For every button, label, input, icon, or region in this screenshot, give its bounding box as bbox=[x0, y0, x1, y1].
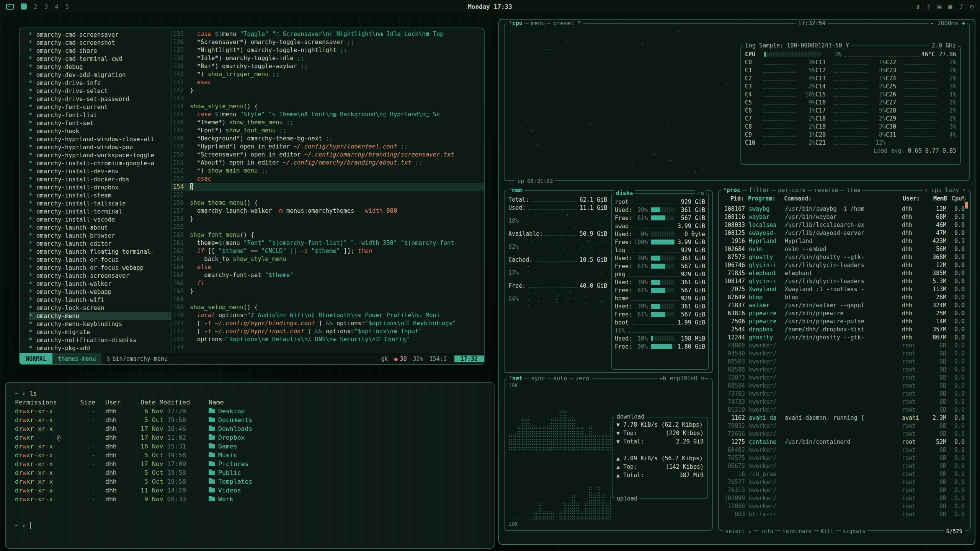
file-item[interactable]: *omarchy-install-dropbox bbox=[29, 183, 171, 191]
workspace-app-icon[interactable] bbox=[21, 3, 27, 10]
file-item[interactable]: *omarchy-install-vscode bbox=[29, 215, 171, 223]
file-item[interactable]: *omarchy-drive-info bbox=[29, 79, 171, 87]
proc-footer-action[interactable]: info bbox=[758, 528, 775, 534]
file-item[interactable]: *omarchy-dev-add-migration bbox=[29, 71, 171, 79]
proc-row[interactable]: 63816pipewire/usr/bin/pipewiredhh25M0.0 bbox=[720, 309, 969, 317]
proc-row[interactable]: 74869kworker/root0B0.0 bbox=[720, 341, 969, 349]
file-list[interactable]: *omarchy-cmd-screensaver*omarchy-cmd-scr… bbox=[20, 31, 172, 353]
proc-row[interactable]: 87573ghostty/usr/bin/ghostty --gtk-dhh36… bbox=[720, 253, 969, 261]
proc-row[interactable]: 2075XwaylandXwayland :1 -rootless -dhh11… bbox=[720, 285, 969, 293]
file-item[interactable]: *omarchy-hyprland-window-pop bbox=[29, 143, 171, 151]
file-item[interactable]: *omarchy-drive-set-password bbox=[29, 95, 171, 103]
proc-row[interactable]: 106746glycin-i/usr/lib/glycin-loadersdhh… bbox=[720, 261, 969, 269]
proc-row[interactable]: 102684nvimnvim --embeddhh56M0.0 bbox=[720, 245, 969, 253]
workspace-number[interactable]: 3 bbox=[44, 3, 48, 10]
proc-reverse-button[interactable]: reverse bbox=[812, 187, 840, 194]
workspace-number[interactable]: 4 bbox=[55, 3, 59, 10]
file-item[interactable]: *omarchy-install-tailscale bbox=[29, 199, 171, 207]
proc-row[interactable]: 108116waybar/usr/bin/waybardhh68M0.0 bbox=[720, 213, 969, 221]
file-item[interactable]: *omarchy-hyprland-workspace-toggle bbox=[29, 151, 171, 159]
process-list[interactable]: 108107swaybg/usr/bin/swaybg -i /homdhh12… bbox=[720, 205, 969, 525]
file-item[interactable]: *omarchy-font-list bbox=[29, 111, 171, 119]
proc-row[interactable]: 108125swayosd-/usr/lib/swayosd-serverdhh… bbox=[720, 229, 969, 237]
preset-button[interactable]: preset * bbox=[551, 20, 583, 27]
proc-footer-action[interactable]: signals bbox=[841, 528, 867, 534]
proc-footer-action[interactable]: terminate bbox=[781, 528, 813, 534]
workspace-number[interactable]: 5 bbox=[65, 3, 69, 10]
file-item[interactable]: *omarchy-cmd-screenshot bbox=[29, 39, 171, 47]
proc-row[interactable]: 76313kworker/root0B0.0 bbox=[720, 486, 969, 494]
proc-row[interactable]: 108033localsea/usr/lib/localsearch-exdhh… bbox=[720, 221, 969, 229]
proc-row[interactable]: 803btrfs-trroot0B0.0 bbox=[720, 510, 969, 518]
menu-button[interactable]: menu bbox=[529, 20, 547, 27]
file-item[interactable]: *omarchy-debug bbox=[29, 63, 171, 71]
file-item[interactable]: *omarchy-install-dev-env bbox=[29, 167, 171, 175]
proc-row[interactable]: 79032kworker/root0B0.0 bbox=[720, 422, 969, 430]
file-item[interactable]: *omarchy-launch-webapp bbox=[29, 288, 171, 296]
proc-row[interactable]: 95673kworker/root0B0.0 bbox=[720, 462, 969, 470]
proc-row[interactable]: 108107swaybg/usr/bin/swaybg -i /homdhh12… bbox=[720, 205, 969, 213]
proc-row[interactable]: 68584kworker/root0B0.0 bbox=[720, 381, 969, 390]
file-item[interactable]: *omarchy-install-terminal bbox=[29, 207, 171, 215]
proc-row[interactable]: 16rcu_preeroot0B0.0 bbox=[720, 470, 969, 478]
file-item[interactable]: *omarchy-launch-walker bbox=[29, 280, 171, 288]
proc-tree-button[interactable]: tree bbox=[845, 187, 862, 194]
file-item[interactable]: *omarchy-hyprland-window-close-all bbox=[29, 135, 171, 143]
file-item[interactable]: *omarchy-cmd-terminal-cwd bbox=[29, 55, 171, 63]
proc-row[interactable]: 94540kworker/root0B0.0 bbox=[720, 349, 969, 357]
workspace-terminal-icon[interactable] bbox=[6, 4, 14, 10]
terminal-window[interactable]: ~ › ls Permissions Size User Date Modifi… bbox=[5, 382, 495, 549]
proc-row[interactable]: 1275containe/usr/bin/containerdroot52M0.… bbox=[720, 438, 969, 446]
file-item[interactable]: *omarchy-launch-screensaver bbox=[29, 272, 171, 280]
proc-row[interactable]: 71835elephantelephantdhh385M0.0 bbox=[720, 269, 969, 277]
proc-row[interactable]: 2506pipewire/usr/bin/pipewire-pulsedhh14… bbox=[720, 317, 969, 325]
proc-row[interactable]: 73656kworker/root0B0.0 bbox=[720, 430, 969, 438]
proc-row[interactable]: 81310kworker/root0B0.0 bbox=[720, 406, 969, 414]
net-auto-button[interactable]: auto bbox=[551, 375, 569, 382]
proc-row[interactable]: 68402kworker/root0B0.0 bbox=[720, 446, 969, 454]
file-item[interactable]: *omarchy-launch-wifi bbox=[29, 296, 171, 304]
file-item[interactable]: *omarchy-launch-about bbox=[29, 223, 171, 231]
proc-percore-button[interactable]: per-core bbox=[776, 187, 807, 194]
file-item[interactable]: *omarchy-cmd-screensaver bbox=[29, 31, 171, 39]
file-item[interactable]: *omarchy-drive-select bbox=[29, 87, 171, 95]
file-item[interactable]: *omarchy-install-docker-dbs bbox=[29, 175, 171, 183]
network-icon[interactable]: ⇵ bbox=[916, 3, 920, 10]
proc-row[interactable]: 73703kworker/root0B0.0 bbox=[720, 390, 969, 398]
proc-row[interactable]: 74733kworker/root0B0.0 bbox=[720, 398, 969, 406]
proc-row[interactable]: 72088kworker/root0B0.0 bbox=[720, 502, 969, 510]
file-item[interactable]: *omarchy-menu bbox=[29, 312, 171, 320]
proc-row[interactable]: 68583kworker/root0B0.0 bbox=[720, 357, 969, 365]
proc-row[interactable]: 1162avahi-daavahi-daemon: running [avahi… bbox=[720, 414, 969, 422]
proc-row[interactable]: 87649btopbtopdhh26M0.0 bbox=[720, 293, 969, 301]
file-item[interactable]: *omarchy-install-chromium-google-a bbox=[29, 159, 171, 167]
bluetooth-icon[interactable]: ᛒ bbox=[927, 3, 931, 10]
proc-row[interactable]: 76577kworker/root0B0.0 bbox=[720, 478, 969, 486]
proc-row[interactable]: 108147glycin-i/usr/lib/glycin-loadersdhh… bbox=[720, 277, 969, 285]
power-icon[interactable]: ⊙ bbox=[970, 3, 974, 10]
file-item[interactable]: *omarchy-install-steam bbox=[29, 191, 171, 199]
code-pane[interactable]: 135 case $(menu "Toggle" "▢ Screensaver\… bbox=[172, 31, 484, 353]
file-item[interactable]: *omarchy-font-current bbox=[29, 103, 171, 111]
apps-icon[interactable]: ▦ bbox=[948, 3, 952, 10]
proc-sort-mode[interactable]: ‹ cpu lazy › bbox=[923, 187, 968, 194]
net-zero-button[interactable]: zero bbox=[573, 375, 591, 382]
proc-row[interactable]: 1916HyprlandHyprlanddhh423M0.1 bbox=[720, 237, 969, 245]
file-item[interactable]: *omarchy-migrate bbox=[29, 328, 171, 336]
update-interval-control[interactable]: - 2000ms + bbox=[929, 20, 967, 27]
proc-row[interactable]: 72073kworker/root0B0.0 bbox=[720, 373, 969, 381]
proc-row[interactable]: 76575kworker/root0B0.0 bbox=[720, 454, 969, 462]
net-sync-button[interactable]: sync bbox=[529, 375, 547, 382]
proc-row[interactable]: 102099kworker/root0B0.0 bbox=[720, 494, 969, 502]
volume-icon[interactable]: ♪ bbox=[959, 3, 963, 10]
file-item[interactable]: *omarchy-pkg-add bbox=[29, 344, 171, 352]
file-item[interactable]: *omarchy-cmd-share bbox=[29, 47, 171, 55]
file-item[interactable]: *omarchy-launch-floating-terminal- bbox=[29, 248, 171, 256]
file-item[interactable]: *omarchy-launch-browser bbox=[29, 231, 171, 240]
display-icon[interactable]: ▤ bbox=[938, 3, 941, 10]
file-item[interactable]: *omarchy-hook bbox=[29, 127, 171, 135]
file-item[interactable]: *omarchy-font-set bbox=[29, 119, 171, 127]
file-item[interactable]: *omarchy-menu-keybindings bbox=[29, 320, 171, 328]
file-item[interactable]: *omarchy-launch-or-focus-webapp bbox=[29, 264, 171, 272]
file-item[interactable]: *omarchy-launch-or-focus bbox=[29, 256, 171, 264]
